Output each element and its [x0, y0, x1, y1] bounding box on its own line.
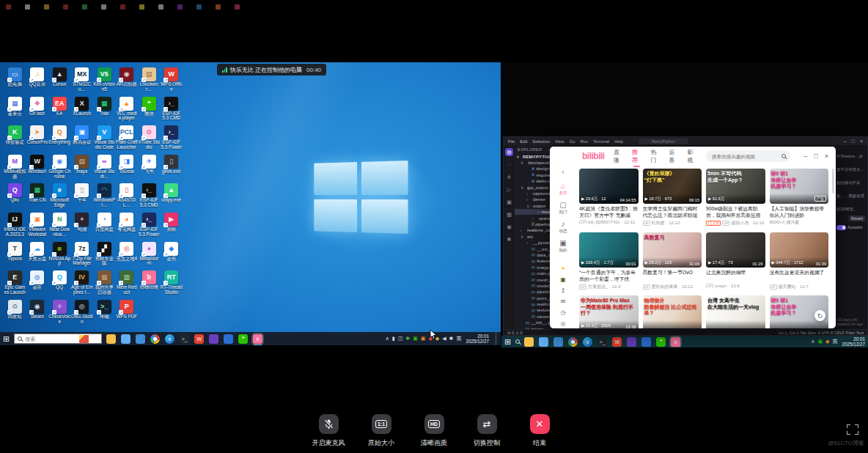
desktop-icon[interactable]: ›_ ESP-IDF 5.3 PowerShell — [161, 124, 183, 153]
bilibili-tab[interactable]: 直播 — [614, 147, 623, 167]
desktop-icon[interactable]: ▭ 此电脑 — [4, 66, 26, 95]
desktop-icon[interactable]: ❝ 微信 — [138, 95, 161, 125]
problems-indicator[interactable]: ⊘ 0 ⚠ 0 — [507, 331, 523, 335]
desktop-icon[interactable]: ▞ 剪映专业版 — [93, 240, 116, 270]
desktop-icon[interactable]: b 哔哩哔哩 — [138, 269, 161, 298]
activity-bar-icon[interactable]: ⋔ — [505, 173, 513, 181]
taskbar-app-icon[interactable]: b — [253, 334, 262, 344]
close-icon[interactable]: × — [860, 139, 863, 144]
taskbar-app-icon[interactable] — [539, 337, 548, 347]
sidebar-nav-item[interactable]: ⌂ 首页 — [559, 183, 567, 196]
maximize-icon[interactable]: □ — [814, 152, 817, 160]
file-tree-item[interactable]: ∨ src — [515, 233, 553, 239]
file-tree-item[interactable]: ≣ design.md — [515, 166, 553, 172]
tray-icon[interactable]: ∧ — [386, 336, 389, 342]
taskbar-app-icon[interactable] — [568, 337, 578, 347]
desktop-icon[interactable]: ◎ OBS Studio — [71, 298, 94, 328]
remote-desktop-left[interactable]: ▭ 此电脑 ♫ QQ音乐 ▲ Cursor — [0, 62, 501, 345]
taskbar-clock[interactable]: 20:01 2025/12/27 — [842, 336, 865, 347]
file-tree-item[interactable]: py viewer.py — [515, 313, 553, 319]
video-card[interactable]: ▶ 344.7万 · 1712 01:39 没有比这更逆天的视频了 键天菌站 ·… — [770, 232, 829, 290]
desktop-icon[interactable]: P WPS PDF — [116, 298, 139, 328]
desktop-icon[interactable]: ◔ 百度网盘 — [93, 211, 116, 240]
file-tree-item[interactable]: py data_models.py — [515, 251, 553, 257]
desktop-icon[interactable]: ◆ 必剪 — [161, 240, 183, 270]
taskbar-app-icon[interactable]: >_ — [597, 337, 607, 347]
desktop-icon[interactable]: N Neat Downloa… — [48, 211, 71, 240]
tray-icon[interactable]: 英 — [456, 335, 461, 342]
tray-icon[interactable]: ◫ — [398, 336, 403, 342]
tray-icon[interactable]: ✱ — [449, 336, 454, 342]
desktop-icon[interactable]: ▦ Trae — [93, 95, 116, 125]
desktop-icon[interactable]: X XLaunch — [71, 95, 94, 125]
sidebar-user-icon[interactable]: ✉ — [561, 298, 566, 305]
file-tree-item[interactable]: ∨ REMYPYTHON — [515, 153, 553, 159]
back-icon[interactable]: ‹ — [562, 167, 564, 177]
desktop-icon[interactable]: ▲ VLC media player — [116, 95, 139, 125]
bilibili-tab[interactable]: 影视 — [688, 147, 697, 167]
taskbar-app-icon[interactable]: ❝ — [238, 334, 248, 344]
tray-icon[interactable]: ▣ — [413, 336, 418, 342]
search-icon[interactable] — [515, 339, 520, 344]
taskbar-app-icon[interactable]: e — [583, 337, 592, 347]
taskbar-app-icon[interactable]: ❝ — [656, 337, 666, 347]
desktop-icon[interactable]: MX STM32Cu… — [71, 66, 94, 95]
file-tree-item[interactable]: ∨ gui_output — [515, 184, 553, 190]
desktop-icon[interactable]: ♻ 回收站 — [4, 298, 26, 328]
menu-item[interactable]: View — [555, 139, 564, 144]
activity-bar-icon[interactable]: ◍ — [505, 148, 513, 156]
file-tree-item[interactable]: ◇ model.ply — [515, 209, 553, 215]
desktop-icon[interactable]: ◉ AR识别器 — [116, 66, 139, 95]
original-size-control[interactable]: 1:1 原始大小 — [361, 414, 401, 448]
bilibili-search-input[interactable] — [710, 153, 779, 160]
desktop-icon[interactable]: ▲ untpy.exe — [161, 182, 183, 211]
file-tree-item[interactable]: py realtime_captu… — [515, 301, 553, 306]
tray-icon[interactable]: ◆ — [825, 339, 829, 345]
activity-bar-icon[interactable]: ◌ — [505, 161, 513, 169]
desktop-icon[interactable]: EA EA — [48, 95, 71, 125]
desktop-icon[interactable]: ›_ ESP-IDF 5.3 PowerShell — [138, 211, 161, 240]
file-tree-item[interactable]: ∨ .kiro\specs\camer… — [515, 159, 553, 165]
desktop-icon[interactable]: ◉ Steam — [26, 298, 49, 328]
desktop-icon[interactable]: ♫ QQ音乐 — [26, 66, 49, 95]
editor-status-text[interactable]: Ln 1, Col 1 Tab Size: 4 UTF-8 CRLF Plain… — [779, 331, 864, 335]
file-tree-item[interactable]: py __init__.py — [515, 246, 553, 251]
desktop-icon[interactable]: ◨ ToDesk — [116, 153, 139, 183]
sidebar-nav-item[interactable]: ▢ 热门 — [559, 202, 567, 216]
bilibili-search[interactable] — [706, 150, 790, 162]
bilibili-tab[interactable]: 热门 — [650, 147, 660, 167]
desktop-icon[interactable]: ▤ maya — [71, 153, 94, 183]
refresh-button[interactable]: ↻ — [814, 310, 825, 321]
close-icon[interactable]: × — [825, 152, 828, 160]
menu-item[interactable]: Help — [614, 139, 623, 144]
file-tree-item[interactable]: py main.py — [515, 270, 553, 276]
desktop-icon[interactable]: ∞ Visual Studi… — [93, 153, 116, 183]
taskbar-app-icon[interactable] — [209, 334, 218, 344]
mic-control[interactable]: 开启麦克风 — [309, 414, 348, 448]
activity-bar-icon[interactable]: ▦ — [505, 210, 513, 218]
taskbar-app-icon[interactable] — [641, 337, 651, 347]
file-tree-item[interactable]: › __pycache__ — [515, 239, 553, 245]
weather-widget-icon[interactable] — [79, 335, 89, 343]
tray-icon[interactable]: ✚ — [405, 336, 410, 342]
video-card[interactable]: ▶ 29.6万 · 12 04:14:55 4K超清《复仇者联盟5：毁灭日》官方… — [579, 169, 639, 227]
menu-item[interactable]: Terminal — [593, 139, 609, 144]
desktop-icon[interactable]: Q QQ — [48, 269, 71, 298]
video-card[interactable]: 《冒姓琅琊》 “灯下黑” ▶ 18.7万 · 673 09:15 文学博士生穿越… — [643, 169, 702, 227]
desktop-icon[interactable]: ›_ ESP-IDF 5.3 CMD — [161, 95, 183, 125]
file-tree-item[interactable]: ∨ output — [515, 202, 553, 208]
hd-quality-button[interactable]: HD — [424, 414, 444, 434]
video-card[interactable]: 5min 不写代码 生成一个App？ ▶ 91.6万 900w级副业？被迫离职后… — [706, 169, 765, 227]
desktop-icon[interactable]: 7z 7-Zip File Manager — [71, 240, 94, 270]
desktop-icon[interactable]: V Visual Studio Code — [93, 124, 116, 153]
video-card[interactable]: 物理偷分 图像解题法 比公式还简单？ — [643, 295, 702, 328]
file-tree-item[interactable]: py __init__.py — [515, 320, 553, 325]
desktop-icon[interactable]: V5 Keil uVision5 — [93, 66, 116, 95]
taskbar-app-icon[interactable] — [136, 334, 145, 344]
tray-icon[interactable]: 英 — [832, 338, 837, 345]
taskbar-app-icon[interactable] — [121, 334, 130, 344]
desktop-icon[interactable]: ▦ 蓝奏云 — [4, 95, 26, 125]
tray-icon[interactable]: ▣ — [421, 336, 426, 342]
taskbar-search[interactable] — [14, 334, 102, 344]
desktop-icon[interactable]: M MuMu模拟器 — [4, 153, 26, 183]
